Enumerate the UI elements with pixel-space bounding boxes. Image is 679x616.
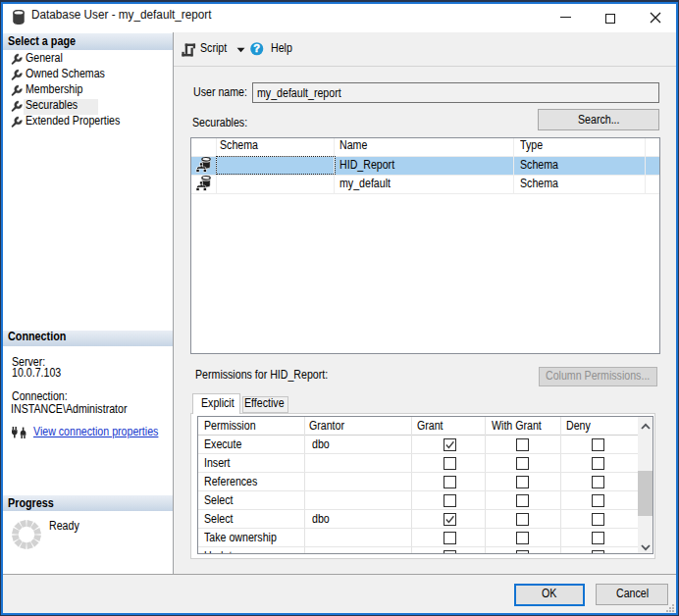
- svg-text:?: ?: [253, 42, 260, 54]
